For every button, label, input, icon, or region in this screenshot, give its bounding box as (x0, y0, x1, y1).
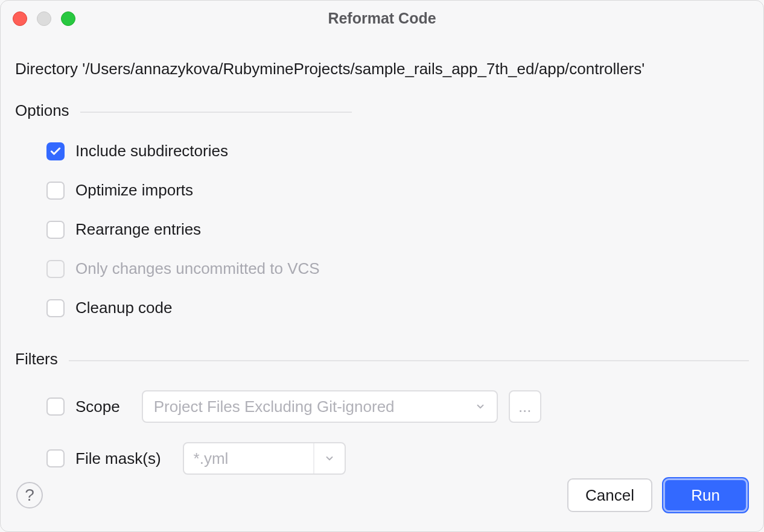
checkbox-only-changes-vcs (46, 260, 65, 278)
option-only-changes-vcs: Only changes uncommitted to VCS (46, 259, 749, 278)
file-mask-dropdown[interactable]: *.yml (183, 442, 346, 475)
options-list: Include subdirectories Optimize imports … (15, 120, 749, 322)
label-include-subdirectories: Include subdirectories (75, 142, 228, 160)
label-cleanup-code: Cleanup code (75, 299, 172, 317)
label-only-changes-vcs: Only changes uncommitted to VCS (75, 259, 320, 278)
filter-scope-row: Scope Project Files Excluding Git-ignore… (46, 390, 749, 423)
ellipsis-icon: ... (518, 397, 532, 416)
chevron-down-icon (475, 401, 486, 412)
dialog-content: Directory '/Users/annazykova/RubyminePro… (1, 31, 763, 531)
option-include-subdirectories[interactable]: Include subdirectories (46, 142, 749, 160)
filters-section-heading: Filters (15, 350, 749, 369)
checkbox-optimize-imports[interactable] (46, 182, 65, 200)
window-title: Reformat Code (1, 10, 763, 27)
dialog-footer: ? Cancel Run (1, 477, 763, 531)
options-heading-text: Options (15, 101, 69, 120)
directory-path-label: Directory '/Users/annazykova/RubyminePro… (15, 60, 749, 78)
cancel-button[interactable]: Cancel (567, 478, 652, 512)
filters-list: Scope Project Files Excluding Git-ignore… (15, 369, 749, 475)
option-cleanup-code[interactable]: Cleanup code (46, 299, 749, 317)
checkbox-scope[interactable] (46, 397, 65, 416)
run-button-label: Run (691, 486, 720, 505)
checkbox-file-mask[interactable] (46, 449, 65, 467)
label-rearrange-entries: Rearrange entries (75, 220, 201, 239)
scope-ellipsis-button[interactable]: ... (509, 390, 541, 423)
checkmark-icon (49, 145, 62, 157)
filters-heading-text: Filters (15, 350, 58, 369)
label-scope: Scope (75, 397, 120, 416)
divider (80, 112, 352, 113)
cancel-button-label: Cancel (585, 486, 634, 505)
option-rearrange-entries[interactable]: Rearrange entries (46, 220, 749, 239)
checkbox-cleanup-code[interactable] (46, 299, 65, 317)
filters-section: Filters Scope Project Files Excluding Gi… (15, 350, 749, 475)
file-mask-arrow[interactable] (313, 443, 345, 473)
checkbox-rearrange-entries[interactable] (46, 221, 65, 239)
titlebar: Reformat Code (1, 1, 763, 31)
divider (69, 360, 749, 361)
label-file-mask: File mask(s) (75, 449, 161, 468)
checkbox-include-subdirectories[interactable] (46, 142, 65, 160)
chevron-down-icon (324, 453, 335, 464)
option-optimize-imports[interactable]: Optimize imports (46, 181, 749, 200)
options-section-heading: Options (15, 101, 749, 120)
reformat-code-dialog: Reformat Code Directory '/Users/annazyko… (0, 0, 764, 532)
help-icon: ? (25, 486, 34, 505)
scope-selected-text: Project Files Excluding Git-ignored (154, 397, 469, 416)
filter-file-mask-row: File mask(s) *.yml (46, 442, 749, 475)
run-button[interactable]: Run (663, 478, 748, 512)
file-mask-value: *.yml (184, 443, 313, 473)
scope-dropdown[interactable]: Project Files Excluding Git-ignored (142, 390, 498, 423)
label-optimize-imports: Optimize imports (75, 181, 193, 200)
help-button[interactable]: ? (16, 482, 43, 508)
